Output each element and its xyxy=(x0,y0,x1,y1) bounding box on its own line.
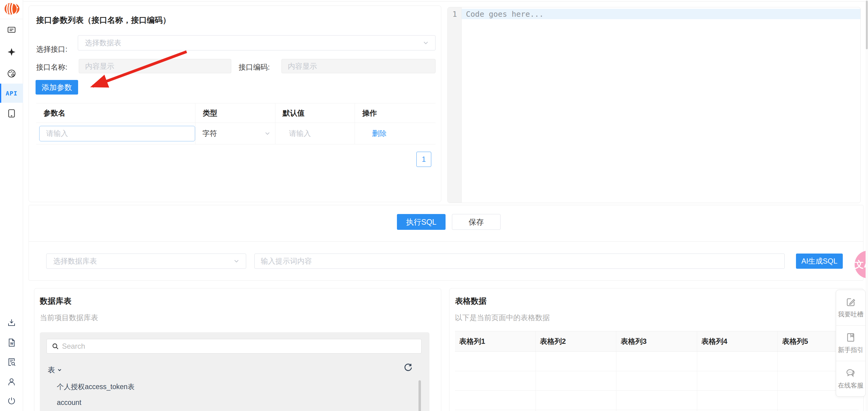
interface-select-label: 选择接口: xyxy=(36,45,67,54)
table-panel-subtitle: 以下是当前页面中的表格数据 xyxy=(455,313,550,323)
service-label: 在线客服 xyxy=(838,381,863,390)
execute-sql-button[interactable]: 执行SQL xyxy=(397,214,445,230)
refresh-tables-button[interactable] xyxy=(403,363,414,374)
add-param-button[interactable]: 添加参数 xyxy=(36,80,78,94)
panel-title: 接口参数列表（接口名称，接口编码） xyxy=(36,15,170,26)
param-name-input[interactable] xyxy=(39,126,195,141)
word-document-icon: W xyxy=(7,338,16,347)
online-service-button[interactable]: 在线客服 xyxy=(836,361,865,397)
table-search-box[interactable] xyxy=(46,339,422,354)
param-table-row: 字符 请输入 删除 xyxy=(36,123,436,144)
sidebar-item-device[interactable] xyxy=(0,105,23,122)
page-scrollbar-track[interactable] xyxy=(866,0,868,411)
sql-code-editor[interactable]: 1 Code goes here... xyxy=(447,7,861,203)
tree-group-label: 表 xyxy=(48,365,55,375)
data-table-empty-row xyxy=(455,371,859,391)
data-col-4: 表格列4 xyxy=(697,331,778,351)
table-panel-title: 表格数据 xyxy=(455,296,487,306)
table-search-input[interactable] xyxy=(62,342,421,351)
db-table-select-placeholder: 选择数据库表 xyxy=(46,256,233,266)
chevron-down-icon xyxy=(233,258,240,264)
param-table: 参数名 类型 默认值 操作 字符 请输入 删除 xyxy=(36,103,436,144)
db-panel-subtitle: 当前项目数据库表 xyxy=(40,313,98,323)
ai-generate-sql-button[interactable]: AI生成SQL xyxy=(796,254,843,269)
top-border-line xyxy=(23,1,868,2)
table-item-access-token[interactable]: 个人授权access_token表 xyxy=(57,382,135,391)
data-table: 表格列1 表格列2 表格列3 表格列4 表格列5 xyxy=(455,331,859,411)
editor-code-placeholder[interactable]: Code goes here... xyxy=(466,9,544,19)
delete-param-link[interactable]: 删除 xyxy=(355,128,386,138)
sidebar-item-doc-search[interactable] xyxy=(0,354,23,371)
save-button[interactable]: 保存 xyxy=(452,214,501,230)
floating-help-menu: 我要吐槽 新手指引 在线客服 xyxy=(836,290,866,397)
chevron-down-icon xyxy=(264,130,271,137)
prompt-input[interactable] xyxy=(254,254,785,269)
edit-square-icon xyxy=(845,297,856,307)
page-scrollbar-thumb[interactable] xyxy=(866,1,868,49)
data-col-2: 表格列2 xyxy=(536,331,617,351)
param-type-value: 字符 xyxy=(203,128,217,138)
svg-text:W: W xyxy=(10,342,14,345)
col-header-action: 操作 xyxy=(355,104,436,122)
tree-scrollbar-thumb[interactable] xyxy=(418,380,421,411)
editor-line-number: 1 xyxy=(448,9,462,19)
interface-name-input[interactable] xyxy=(79,59,231,73)
power-icon xyxy=(7,397,16,406)
sidebar-item-form[interactable] xyxy=(0,21,23,38)
interface-name-label: 接口名称: xyxy=(36,62,67,72)
form-card-icon xyxy=(7,25,17,35)
section-divider xyxy=(29,241,863,242)
interface-code-input[interactable] xyxy=(281,59,436,73)
db-panel-title: 数据库表 xyxy=(40,296,71,306)
feedback-label: 我要吐槽 xyxy=(838,310,863,319)
guide-label: 新手指引 xyxy=(838,346,863,354)
chevron-down-icon xyxy=(423,39,429,46)
tree-group-tables[interactable]: 表 xyxy=(48,365,62,375)
interface-code-label: 接口编码: xyxy=(239,62,270,72)
db-tables-panel: 数据库表 当前项目数据库表 表 个人授权access_token表 accoun… xyxy=(34,288,441,411)
sidebar-divider xyxy=(0,19,23,19)
beginner-guide-button[interactable]: 新手指引 xyxy=(836,326,865,361)
tablet-icon xyxy=(7,109,17,118)
interface-select-placeholder: 选择数据表 xyxy=(78,38,423,48)
table-item-account[interactable]: account xyxy=(57,399,82,407)
param-default-input[interactable]: 请输入 xyxy=(275,128,311,138)
refresh-icon xyxy=(403,363,413,372)
data-col-3: 表格列3 xyxy=(616,331,697,351)
db-table-select[interactable]: 选择数据库表 xyxy=(46,254,246,269)
col-header-name: 参数名 xyxy=(36,104,195,122)
palette-icon xyxy=(7,69,17,79)
sidebar-item-logout[interactable] xyxy=(0,392,23,409)
editor-gutter xyxy=(448,7,462,203)
sidebar-item-api-active[interactable]: API xyxy=(0,84,23,103)
app-logo-fish-icon[interactable] xyxy=(4,2,20,16)
param-table-header: 参数名 类型 默认值 操作 xyxy=(36,104,436,123)
sidebar-item-word-export[interactable]: W xyxy=(0,334,23,351)
pagination-page-1[interactable]: 1 xyxy=(416,152,431,167)
data-table-header: 表格列1 表格列2 表格列3 表格列4 表格列5 xyxy=(455,331,859,352)
feedback-button[interactable]: 我要吐槽 xyxy=(836,290,865,326)
col-header-default: 默认值 xyxy=(275,104,355,122)
data-col-1: 表格列1 xyxy=(455,331,536,351)
db-tables-tree: 表 个人授权access_token表 account xyxy=(40,332,429,411)
chat-bubbles-icon xyxy=(845,368,856,378)
sidebar: API W xyxy=(0,0,23,411)
bookmark-book-icon xyxy=(845,332,856,343)
sidebar-item-user[interactable] xyxy=(0,373,23,390)
data-table-empty-row xyxy=(455,391,859,410)
user-icon xyxy=(7,377,16,386)
sidebar-item-download[interactable] xyxy=(0,314,23,331)
param-type-select[interactable]: 字符 xyxy=(195,128,275,138)
file-search-icon xyxy=(7,357,16,366)
interface-params-panel: 接口参数列表（接口名称，接口编码） 选择接口: 选择数据表 接口名称: 接口编码… xyxy=(29,5,441,202)
search-icon xyxy=(52,343,59,350)
sidebar-item-theme[interactable] xyxy=(0,65,23,82)
api-label: API xyxy=(5,90,17,97)
chevron-down-icon xyxy=(57,367,62,373)
col-header-type: 类型 xyxy=(195,104,275,122)
table-data-panel: 表格数据 以下是当前页面中的表格数据 表格列1 表格列2 表格列3 表格列4 表… xyxy=(449,288,864,411)
interface-select[interactable]: 选择数据表 xyxy=(78,35,436,51)
data-table-empty-row xyxy=(455,352,859,371)
sidebar-item-ai[interactable] xyxy=(0,43,23,60)
sparkle-icon xyxy=(7,47,17,57)
